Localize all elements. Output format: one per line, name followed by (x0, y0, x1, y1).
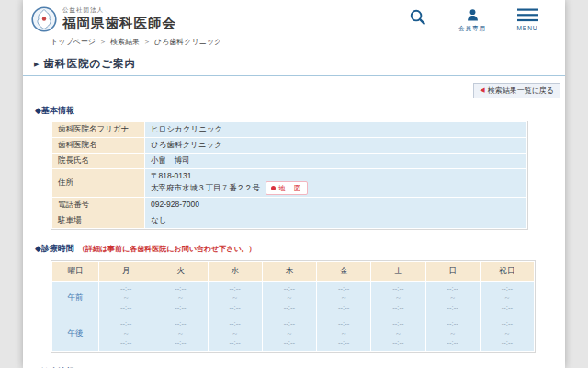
back-row: ◀ 検索結果一覧に戻る (23, 76, 565, 98)
hours-separator: ～ (153, 293, 207, 304)
org-subtitle: 公益社団法人 (62, 6, 176, 15)
org-text: 公益社団法人 福岡県歯科医師会 (62, 6, 176, 32)
page-container: 公益社団法人 福岡県歯科医師会 会員専用 (23, 0, 565, 368)
address-line: 太宰府市水城３丁目７番２２号地 図 (151, 181, 521, 195)
hours-cell: --:--～--:-- (209, 282, 262, 316)
hours-heading: ◆診療時間（詳細は事前に各歯科医院にお問い合わせ下さい。） (35, 243, 565, 255)
hours-end: --:-- (426, 304, 480, 314)
menu-label: MENU (516, 25, 537, 31)
hours-col-header: 火 (153, 262, 207, 281)
basic-info-row: 歯科医院名フリガナヒロシカクリニック (52, 122, 526, 137)
back-button-label: 検索結果一覧に戻る (488, 86, 554, 96)
hours-start: --:-- (99, 284, 153, 294)
hours-separator: ～ (317, 293, 370, 304)
breadcrumb-separator: ＞ (99, 38, 107, 46)
hours-start: --:-- (263, 284, 316, 294)
hours-cell: --:--～--:-- (481, 316, 534, 351)
basic-info-row: 電話番号092-928-7000 (52, 198, 526, 213)
map-button[interactable]: 地 図 (266, 181, 308, 195)
hours-end: --:-- (153, 304, 207, 314)
hours-separator: ～ (371, 329, 424, 339)
hours-start: --:-- (209, 284, 262, 294)
hours-cell: --:--～--:-- (209, 316, 262, 351)
hours-col-header: 水 (209, 262, 262, 281)
map-button-label: 地 図 (278, 183, 302, 193)
hours-cell: --:--～--:-- (317, 282, 370, 316)
breadcrumb-item[interactable]: トップページ (51, 38, 96, 46)
hours-row-label: 午前 (52, 282, 98, 316)
hours-start: --:-- (263, 319, 316, 329)
breadcrumb-item: ひろ歯科クリニック (154, 38, 221, 46)
hours-cell: --:--～--:-- (153, 282, 207, 316)
breadcrumb-separator: ＞ (143, 38, 151, 46)
hours-cell: --:--～--:-- (371, 282, 424, 316)
hours-end: --:-- (209, 304, 262, 314)
address-text: 太宰府市水城３丁目７番２２号 (151, 183, 260, 193)
row-value: 092-928-7000 (145, 198, 526, 213)
hours-separator: ～ (209, 293, 262, 304)
back-to-results-button[interactable]: ◀ 検索結果一覧に戻る (473, 83, 560, 98)
basic-info-row: 院長氏名小畠 博司 (52, 154, 526, 168)
hours-end: --:-- (371, 304, 424, 314)
hours-start: --:-- (481, 319, 534, 329)
hours-end: --:-- (426, 339, 480, 349)
hours-col-header: 月 (99, 262, 153, 281)
hours-start: --:-- (481, 284, 534, 294)
basic-info-row: 住所〒818-0131太宰府市水城３丁目７番２２号地 図 (52, 169, 526, 197)
hours-start: --:-- (99, 319, 153, 329)
hours-col-header: 祝日 (481, 262, 534, 281)
basic-info-heading: ◆基本情報 (35, 105, 565, 117)
hours-end: --:-- (263, 339, 316, 349)
hours-separator: ～ (481, 329, 534, 339)
hours-cell: --:--～--:-- (153, 316, 207, 351)
search-icon (409, 8, 426, 26)
hours-row: 午後--:--～--:----:--～--:----:--～--:----:--… (52, 316, 534, 351)
search-button[interactable] (398, 8, 436, 26)
basic-info-row: 駐車場なし (52, 213, 526, 228)
hours-start: --:-- (371, 284, 424, 294)
breadcrumb-item[interactable]: 検索結果 (110, 38, 140, 46)
basic-info-table: 歯科医院名フリガナヒロシカクリニック歯科医院名ひろ歯科クリニック院長氏名小畠 博… (51, 121, 528, 230)
hours-end: --:-- (263, 304, 316, 314)
hours-start: --:-- (426, 319, 480, 329)
hours-col-header: 土 (371, 262, 424, 281)
hours-cell: --:--～--:-- (426, 282, 480, 316)
basic-info-heading-text: ◆基本情報 (35, 106, 74, 115)
site-header: 公益社団法人 福岡県歯科医師会 会員専用 (23, 0, 565, 52)
hours-heading-text: ◆診療時間 (35, 244, 74, 253)
hours-row-label: 午後 (52, 316, 98, 351)
hours-col-header: 木 (263, 262, 316, 281)
member-area-button[interactable]: 会員専用 (453, 8, 492, 33)
hours-separator: ～ (426, 329, 480, 339)
hours-separator: ～ (99, 329, 153, 339)
row-label: 歯科医院名 (52, 138, 144, 153)
menu-button[interactable]: MENU (508, 8, 547, 31)
hours-separator: ～ (371, 293, 424, 304)
hours-end: --:-- (317, 339, 370, 349)
hours-col-header-day: 曜日 (52, 262, 98, 281)
hours-start: --:-- (317, 319, 370, 329)
brand: 公益社団法人 福岡県歯科医師会 (31, 6, 176, 32)
member-area-label: 会員専用 (458, 25, 486, 33)
hours-separator: ～ (263, 329, 316, 339)
hours-separator: ～ (209, 329, 262, 339)
header-icons: 会員専用 MENU (398, 8, 547, 33)
row-value: なし (145, 213, 526, 228)
person-icon (466, 8, 480, 22)
back-arrow-icon: ◀ (480, 86, 484, 94)
hours-end: --:-- (153, 339, 207, 349)
hours-cell: --:--～--:-- (426, 316, 480, 351)
postal-code: 〒818-0131 (151, 171, 521, 181)
breadcrumb: トップページ＞検索結果＞ひろ歯科クリニック (51, 37, 221, 47)
hours-col-header: 金 (317, 262, 370, 281)
hours-end: --:-- (99, 304, 153, 314)
row-value: ひろ歯科クリニック (145, 138, 526, 153)
row-label: 歯科医院名フリガナ (52, 122, 144, 137)
hours-table: 曜日月火水木金土日祝日 午前--:--～--:----:--～--:----:-… (51, 260, 536, 353)
hours-start: --:-- (317, 284, 370, 294)
hours-separator: ～ (153, 329, 207, 339)
row-label: 院長氏名 (52, 154, 144, 168)
row-label: 電話番号 (52, 198, 144, 213)
hours-separator: ～ (481, 293, 534, 304)
hours-note: （詳細は事前に各歯科医院にお問い合わせ下さい。） (78, 245, 256, 253)
